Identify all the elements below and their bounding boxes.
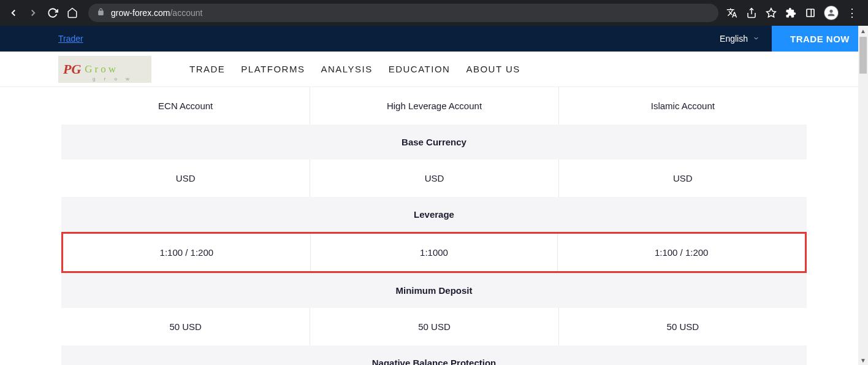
section-header: Leverage — [61, 197, 807, 232]
site-logo[interactable]: PG Grow g r o w — [58, 56, 151, 83]
extensions-icon[interactable] — [785, 7, 797, 19]
min-deposit-row: 50 USD 50 USD 50 USD — [61, 308, 807, 345]
section-label: Minimum Deposit — [61, 273, 807, 308]
trade-now-button[interactable]: TRADE NOW — [772, 26, 868, 52]
table-cell: 50 USD — [310, 308, 558, 345]
table-cell: 1:1000 — [310, 234, 558, 271]
url-path: /account — [170, 8, 202, 18]
account-type-cell: ECN Account — [61, 87, 310, 125]
panel-icon[interactable] — [804, 7, 817, 19]
section-header: Nagative Balance Protection — [61, 345, 807, 365]
table-cell: USD — [61, 159, 310, 197]
svg-marker-1 — [767, 9, 776, 17]
forward-button[interactable] — [25, 4, 42, 21]
trader-link[interactable]: Trader — [58, 34, 83, 44]
profile-avatar[interactable] — [824, 6, 839, 20]
home-button[interactable] — [64, 4, 81, 21]
menu-icon[interactable]: ⋮ — [846, 7, 858, 19]
nav-platforms[interactable]: PLATFORMS — [241, 64, 305, 74]
language-selector[interactable]: English — [707, 34, 772, 44]
scroll-down-arrow[interactable]: ▼ — [858, 355, 868, 365]
page-scrollbar[interactable]: ▲ ▼ — [858, 26, 868, 365]
table-cell: 50 USD — [558, 308, 807, 345]
base-currency-row: USD USD USD — [61, 159, 807, 197]
table-cell: 1:100 / 1:200 — [63, 234, 310, 271]
account-type-cell: High Leverage Account — [310, 87, 558, 125]
section-label: Leverage — [61, 197, 807, 232]
share-icon[interactable] — [745, 7, 758, 19]
browser-toolbar: grow-forex.com/account ⋮ — [0, 0, 868, 26]
chevron-down-icon — [753, 34, 760, 44]
account-type-cell: Islamic Account — [558, 87, 807, 125]
scroll-up-arrow[interactable]: ▲ — [858, 26, 868, 36]
account-comparison: ECN Account High Leverage Account Islami… — [0, 87, 868, 365]
reload-button[interactable] — [44, 4, 61, 21]
svg-rect-2 — [807, 9, 814, 17]
leverage-row: 1:100 / 1:200 1:1000 1:100 / 1:200 — [61, 232, 807, 273]
lock-icon — [97, 8, 105, 18]
bookmark-star-icon[interactable] — [765, 7, 777, 19]
back-button[interactable] — [5, 4, 22, 21]
section-label: Nagative Balance Protection — [61, 345, 807, 365]
table-cell: 1:100 / 1:200 — [557, 234, 805, 271]
translate-icon[interactable] — [726, 7, 738, 19]
scroll-thumb[interactable] — [859, 37, 867, 74]
nav-about-us[interactable]: ABOUT US — [466, 64, 520, 74]
nav-education[interactable]: EDUCATION — [389, 64, 451, 74]
url-host: grow-forex.com — [111, 8, 170, 18]
section-header: Minimum Deposit — [61, 273, 807, 308]
table-cell: USD — [310, 159, 558, 197]
nav-trade[interactable]: TRADE — [189, 64, 225, 74]
main-nav: PG Grow g r o w TRADE PLATFORMS ANALYSIS… — [0, 52, 868, 87]
section-label: Base Currency — [61, 125, 807, 159]
section-header: Base Currency — [61, 125, 807, 159]
highlighted-leverage: 1:100 / 1:200 1:1000 1:100 / 1:200 — [61, 232, 807, 273]
account-types-row: ECN Account High Leverage Account Islami… — [61, 87, 807, 125]
url-bar[interactable]: grow-forex.com/account — [88, 4, 718, 22]
table-cell: USD — [558, 159, 807, 197]
table-cell: 50 USD — [61, 308, 310, 345]
language-label: English — [720, 34, 748, 44]
site-top-bar: Trader English TRADE NOW — [0, 26, 868, 52]
nav-analysis[interactable]: ANALYSIS — [321, 64, 372, 74]
